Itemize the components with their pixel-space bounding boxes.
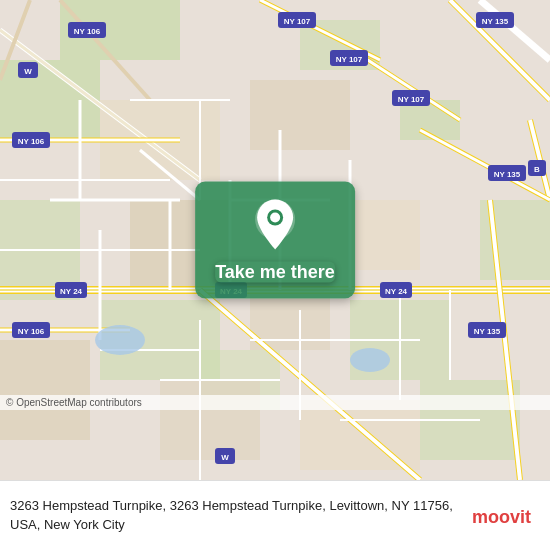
location-pin-icon [253, 198, 297, 252]
svg-text:NY 135: NY 135 [494, 170, 521, 179]
copyright-bar: © OpenStreetMap contributors [0, 395, 550, 410]
svg-rect-18 [300, 400, 420, 470]
svg-point-67 [350, 348, 390, 372]
svg-text:NY 107: NY 107 [336, 55, 363, 64]
svg-text:NY 135: NY 135 [482, 17, 509, 26]
svg-text:NY 107: NY 107 [398, 95, 425, 104]
svg-point-100 [270, 213, 280, 223]
svg-point-66 [95, 325, 145, 355]
svg-text:moovit: moovit [472, 507, 531, 527]
svg-rect-17 [160, 380, 260, 460]
moovit-logo: moovit [470, 501, 540, 531]
map-container: NY 106 NY 107 NY 135 NY 106 NY 107 NY 13… [0, 0, 550, 480]
take-me-there-button[interactable]: Take me there [215, 262, 335, 283]
svg-text:NY 106: NY 106 [18, 137, 45, 146]
svg-text:W: W [24, 67, 32, 76]
take-me-there-overlay: Take me there [195, 182, 355, 299]
svg-text:NY 24: NY 24 [385, 287, 408, 296]
address-text: 3263 Hempstead Turnpike, 3263 Hempstead … [10, 497, 470, 533]
copyright-text: © OpenStreetMap contributors [6, 397, 142, 408]
svg-text:B: B [534, 165, 540, 174]
svg-text:NY 107: NY 107 [284, 17, 311, 26]
svg-text:NY 24: NY 24 [60, 287, 83, 296]
svg-rect-1 [0, 60, 100, 140]
moovit-logo-svg: moovit [470, 501, 540, 531]
svg-rect-16 [0, 340, 90, 440]
svg-rect-12 [250, 80, 350, 150]
info-bar: 3263 Hempstead Turnpike, 3263 Hempstead … [0, 480, 550, 550]
svg-text:NY 135: NY 135 [474, 327, 501, 336]
svg-text:NY 106: NY 106 [18, 327, 45, 336]
svg-text:W: W [221, 453, 229, 462]
svg-text:NY 106: NY 106 [74, 27, 101, 36]
